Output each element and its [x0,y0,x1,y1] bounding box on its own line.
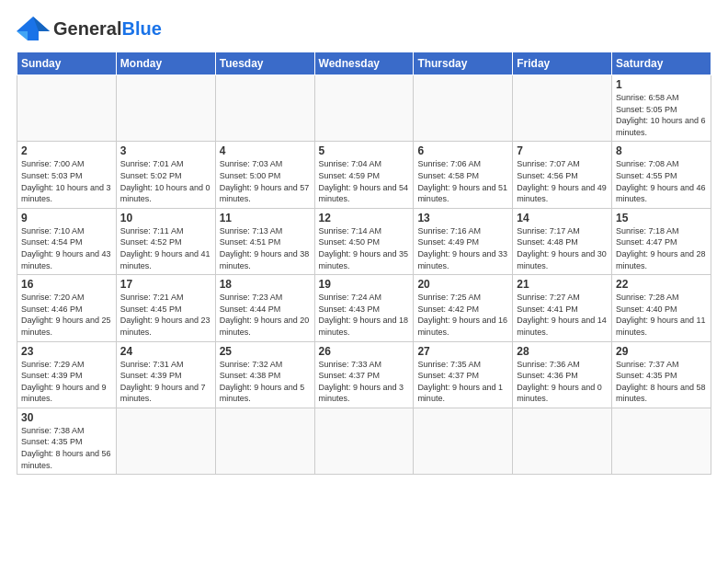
day-info: Sunrise: 7:10 AM Sunset: 4:54 PM Dayligh… [21,225,112,271]
day-info: Sunrise: 7:18 AM Sunset: 4:47 PM Dayligh… [616,225,707,271]
header-saturday: Saturday [612,52,711,75]
calendar-cell: 30Sunrise: 7:38 AM Sunset: 4:35 PM Dayli… [17,408,117,474]
day-info: Sunrise: 7:28 AM Sunset: 4:40 PM Dayligh… [616,292,707,338]
calendar-cell: 21Sunrise: 7:27 AM Sunset: 4:41 PM Dayli… [513,275,612,341]
day-info: Sunrise: 7:25 AM Sunset: 4:42 PM Dayligh… [417,292,508,338]
day-number: 20 [417,278,508,291]
calendar-cell: 9Sunrise: 7:10 AM Sunset: 4:54 PM Daylig… [17,208,117,274]
calendar-cell: 14Sunrise: 7:17 AM Sunset: 4:48 PM Dayli… [513,208,612,274]
day-number: 17 [120,278,211,291]
header-monday: Monday [116,52,215,75]
calendar-cell: 26Sunrise: 7:33 AM Sunset: 4:37 PM Dayli… [314,341,414,408]
day-number: 27 [417,345,508,358]
header-tuesday: Tuesday [215,52,314,75]
day-number: 3 [120,144,211,157]
calendar-cell: 18Sunrise: 7:23 AM Sunset: 4:44 PM Dayli… [215,275,314,341]
logo: GeneralBlue [17,15,162,42]
calendar-cell: 19Sunrise: 7:24 AM Sunset: 4:43 PM Dayli… [314,275,414,341]
calendar-cell: 13Sunrise: 7:16 AM Sunset: 4:49 PM Dayli… [414,208,513,274]
logo-icon [17,15,50,42]
day-number: 26 [319,345,410,358]
day-number: 9 [21,212,112,224]
day-info: Sunrise: 7:03 AM Sunset: 5:00 PM Dayligh… [220,158,311,204]
day-info: Sunrise: 7:11 AM Sunset: 4:52 PM Dayligh… [120,225,211,271]
calendar-cell [314,75,414,142]
calendar-cell [116,408,215,474]
calendar-cell: 24Sunrise: 7:31 AM Sunset: 4:39 PM Dayli… [116,341,215,408]
calendar-cell: 17Sunrise: 7:21 AM Sunset: 4:45 PM Dayli… [116,275,215,341]
day-info: Sunrise: 7:37 AM Sunset: 4:35 PM Dayligh… [616,359,707,405]
day-number: 5 [319,144,410,157]
calendar-cell: 16Sunrise: 7:20 AM Sunset: 4:46 PM Dayli… [17,275,117,341]
day-number: 11 [220,212,311,224]
day-info: Sunrise: 7:20 AM Sunset: 4:46 PM Dayligh… [21,292,112,338]
day-info: Sunrise: 7:38 AM Sunset: 4:35 PM Dayligh… [21,425,112,471]
calendar-cell: 3Sunrise: 7:01 AM Sunset: 5:02 PM Daylig… [116,142,215,208]
day-number: 29 [616,345,707,358]
day-number: 21 [517,278,608,291]
calendar-cell: 27Sunrise: 7:35 AM Sunset: 4:37 PM Dayli… [414,341,513,408]
calendar-cell [414,408,513,474]
day-info: Sunrise: 7:23 AM Sunset: 4:44 PM Dayligh… [220,292,311,338]
calendar-cell: 25Sunrise: 7:32 AM Sunset: 4:38 PM Dayli… [215,341,314,408]
day-info: Sunrise: 7:33 AM Sunset: 4:37 PM Dayligh… [319,359,410,405]
svg-marker-2 [17,31,28,40]
day-info: Sunrise: 7:27 AM Sunset: 4:41 PM Dayligh… [517,292,608,338]
day-info: Sunrise: 7:32 AM Sunset: 4:38 PM Dayligh… [220,359,311,405]
day-number: 30 [21,411,112,424]
calendar-cell: 1Sunrise: 6:58 AM Sunset: 5:05 PM Daylig… [612,75,711,142]
calendar-cell: 15Sunrise: 7:18 AM Sunset: 4:47 PM Dayli… [612,208,711,274]
page: GeneralBlue Sunday Monday Tuesday Wednes… [0,0,728,486]
day-info: Sunrise: 7:21 AM Sunset: 4:45 PM Dayligh… [120,292,211,338]
day-info: Sunrise: 7:00 AM Sunset: 5:03 PM Dayligh… [21,158,112,204]
header-wednesday: Wednesday [314,52,414,75]
day-info: Sunrise: 7:17 AM Sunset: 4:48 PM Dayligh… [517,225,608,271]
calendar-cell: 20Sunrise: 7:25 AM Sunset: 4:42 PM Dayli… [414,275,513,341]
day-info: Sunrise: 7:01 AM Sunset: 5:02 PM Dayligh… [120,158,211,204]
day-info: Sunrise: 7:16 AM Sunset: 4:49 PM Dayligh… [417,225,508,271]
calendar-cell: 5Sunrise: 7:04 AM Sunset: 4:59 PM Daylig… [314,142,414,208]
calendar-cell: 11Sunrise: 7:13 AM Sunset: 4:51 PM Dayli… [215,208,314,274]
day-info: Sunrise: 7:29 AM Sunset: 4:39 PM Dayligh… [21,359,112,405]
day-info: Sunrise: 7:24 AM Sunset: 4:43 PM Dayligh… [319,292,410,338]
day-info: Sunrise: 7:07 AM Sunset: 4:56 PM Dayligh… [517,158,608,204]
calendar-cell [314,408,414,474]
day-info: Sunrise: 7:14 AM Sunset: 4:50 PM Dayligh… [319,225,410,271]
calendar-cell: 10Sunrise: 7:11 AM Sunset: 4:52 PM Dayli… [116,208,215,274]
day-info: Sunrise: 7:06 AM Sunset: 4:58 PM Dayligh… [417,158,508,204]
calendar-cell: 2Sunrise: 7:00 AM Sunset: 5:03 PM Daylig… [17,142,117,208]
calendar-cell: 7Sunrise: 7:07 AM Sunset: 4:56 PM Daylig… [513,142,612,208]
header-thursday: Thursday [414,52,513,75]
day-number: 12 [319,212,410,224]
calendar-cell [215,408,314,474]
calendar-cell [513,75,612,142]
logo-text: GeneralBlue [53,19,162,39]
calendar-cell [116,75,215,142]
day-number: 25 [220,345,311,358]
day-number: 2 [21,144,112,157]
calendar-cell: 22Sunrise: 7:28 AM Sunset: 4:40 PM Dayli… [612,275,711,341]
calendar-cell: 28Sunrise: 7:36 AM Sunset: 4:36 PM Dayli… [513,341,612,408]
header-sunday: Sunday [17,52,117,75]
day-number: 4 [220,144,311,157]
calendar-cell: 6Sunrise: 7:06 AM Sunset: 4:58 PM Daylig… [414,142,513,208]
calendar-cell [612,408,711,474]
day-info: Sunrise: 6:58 AM Sunset: 5:05 PM Dayligh… [616,92,707,138]
calendar-cell: 29Sunrise: 7:37 AM Sunset: 4:35 PM Dayli… [612,341,711,408]
calendar-cell: 4Sunrise: 7:03 AM Sunset: 5:00 PM Daylig… [215,142,314,208]
day-number: 28 [517,345,608,358]
day-number: 13 [417,212,508,224]
calendar-cell [414,75,513,142]
day-info: Sunrise: 7:36 AM Sunset: 4:36 PM Dayligh… [517,359,608,405]
day-number: 18 [220,278,311,291]
day-number: 14 [517,212,608,224]
day-info: Sunrise: 7:13 AM Sunset: 4:51 PM Dayligh… [220,225,311,271]
day-number: 7 [517,144,608,157]
day-info: Sunrise: 7:35 AM Sunset: 4:37 PM Dayligh… [417,359,508,405]
day-info: Sunrise: 7:08 AM Sunset: 4:55 PM Dayligh… [616,158,707,204]
calendar-cell [513,408,612,474]
day-number: 19 [319,278,410,291]
header: GeneralBlue [17,15,711,42]
day-number: 6 [417,144,508,157]
header-friday: Friday [513,52,612,75]
